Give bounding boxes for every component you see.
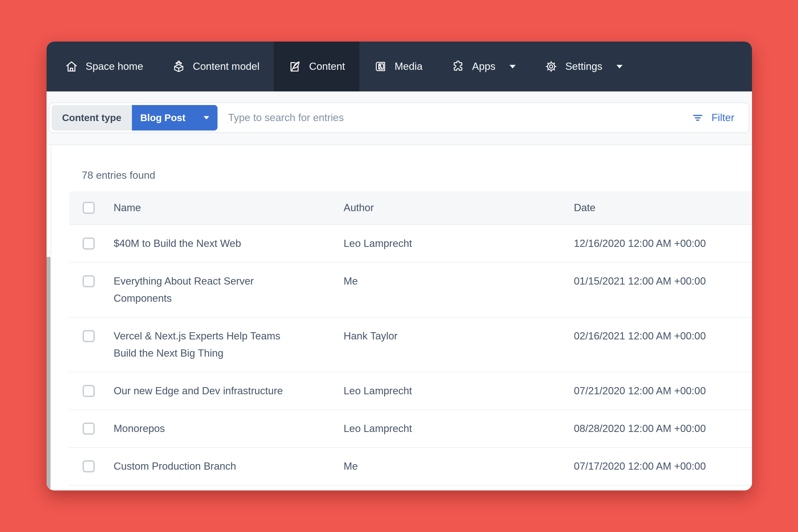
entry-name: Vercel & Next.js Experts Help Teams Buil…: [114, 327, 297, 362]
filter-label: Filter: [711, 112, 734, 124]
search-input[interactable]: Type to search for entries: [228, 112, 692, 124]
select-all-checkbox[interactable]: [82, 202, 95, 214]
row-checkbox[interactable]: [82, 460, 95, 472]
table-row[interactable]: Monorepos Leo Lamprecht 08/28/2020 12:00…: [69, 410, 752, 448]
content-model-icon: [172, 60, 185, 73]
chevron-down-icon: [616, 65, 623, 69]
table-row[interactable]: Everything About React Server Components…: [69, 263, 752, 318]
app-window: Space home Content model Content: [46, 41, 752, 491]
entry-author: Me: [344, 458, 574, 475]
row-checkbox[interactable]: [82, 330, 95, 342]
entry-name: Everything About React Server Components: [114, 273, 297, 307]
row-checkbox[interactable]: [82, 385, 95, 397]
desktop-background: { "colors": { "background": "#f0574f", "…: [0, 0, 798, 532]
nav-tab-space-home[interactable]: Space home: [51, 41, 158, 92]
filter-button[interactable]: Filter: [692, 112, 734, 124]
top-navigation: Space home Content model Content: [46, 41, 752, 92]
entry-author: Leo Lamprecht: [344, 382, 574, 400]
table-header-row: Name Author Date: [69, 191, 752, 225]
entries-count: 78 entries found: [82, 170, 752, 181]
entries-table: Name Author Date $40M to Build the Next …: [69, 191, 752, 491]
nav-tab-settings[interactable]: Settings: [530, 41, 637, 92]
panel-divider: [46, 252, 51, 253]
chevron-down-icon: [204, 116, 209, 119]
row-checkbox[interactable]: [82, 238, 95, 250]
content-icon: [288, 60, 302, 73]
home-icon: [65, 60, 78, 73]
filter-icon: [692, 112, 703, 123]
nav-tab-media[interactable]: Media: [359, 41, 437, 92]
content-type-dropdown[interactable]: Blog Post: [132, 105, 217, 131]
nav-tab-label: Space home: [86, 61, 143, 72]
entry-name: Our new Edge and Dev infrastructure: [114, 382, 297, 400]
settings-icon: [545, 60, 558, 73]
content-area: 78 entries found Name Author Date $40M t…: [46, 145, 752, 490]
entry-author: Leo Lamprecht: [344, 420, 574, 437]
nav-tab-label: Media: [395, 61, 422, 72]
content-type-label: Content type: [52, 105, 132, 131]
content-type-selector: Content type Blog Post: [52, 105, 217, 131]
content-type-value: Blog Post: [140, 112, 185, 123]
entry-name: Custom Production Branch: [114, 458, 297, 475]
background-panel-edge: [46, 145, 51, 490]
chevron-down-icon: [510, 65, 516, 69]
row-checkbox[interactable]: [82, 422, 95, 435]
entry-date: 08/28/2020 12:00 AM +00:00: [574, 420, 752, 437]
entry-author: Me: [344, 273, 574, 290]
table-row-partial: [69, 486, 752, 491]
nav-tab-label: Apps: [472, 61, 495, 72]
nav-tab-content-model[interactable]: Content model: [158, 41, 274, 92]
scrollbar-thumb[interactable]: [46, 257, 51, 489]
entry-date: 07/21/2020 12:00 AM +00:00: [574, 382, 752, 400]
entry-date: 12/16/2020 12:00 AM +00:00: [574, 235, 752, 252]
table-row[interactable]: Vercel & Next.js Experts Help Teams Buil…: [69, 318, 752, 373]
entry-search-bar[interactable]: Content type Blog Post Type to search fo…: [49, 102, 749, 133]
table-row[interactable]: Custom Production Branch Me 07/17/2020 1…: [69, 448, 752, 486]
row-checkbox[interactable]: [82, 275, 95, 287]
media-icon: [374, 60, 387, 73]
entry-author: Hank Taylor: [344, 327, 574, 345]
entry-date: 02/16/2021 12:00 AM +00:00: [574, 327, 752, 345]
column-header-date: Date: [574, 202, 752, 214]
table-row[interactable]: $40M to Build the Next Web Leo Lamprecht…: [69, 225, 752, 263]
column-header-author: Author: [344, 202, 574, 214]
entry-date: 01/15/2021 12:00 AM +00:00: [574, 273, 752, 290]
entry-name: Monorepos: [114, 420, 297, 437]
nav-tab-label: Settings: [565, 61, 602, 72]
nav-tab-label: Content: [309, 61, 345, 72]
apps-icon: [451, 60, 465, 73]
toolbar: Content type Blog Post Type to search fo…: [46, 92, 752, 145]
entry-author: Leo Lamprecht: [344, 235, 574, 252]
table-row[interactable]: Our new Edge and Dev infrastructure Leo …: [69, 373, 752, 410]
entry-date: 07/17/2020 12:00 AM +00:00: [574, 458, 752, 475]
nav-tab-apps[interactable]: Apps: [437, 41, 530, 92]
nav-tab-label: Content model: [193, 61, 260, 72]
column-header-name: Name: [114, 202, 344, 214]
nav-tab-content[interactable]: Content: [274, 41, 359, 92]
entry-name: $40M to Build the Next Web: [114, 235, 297, 252]
entry-list-panel: 78 entries found Name Author Date $40M t…: [51, 145, 752, 490]
